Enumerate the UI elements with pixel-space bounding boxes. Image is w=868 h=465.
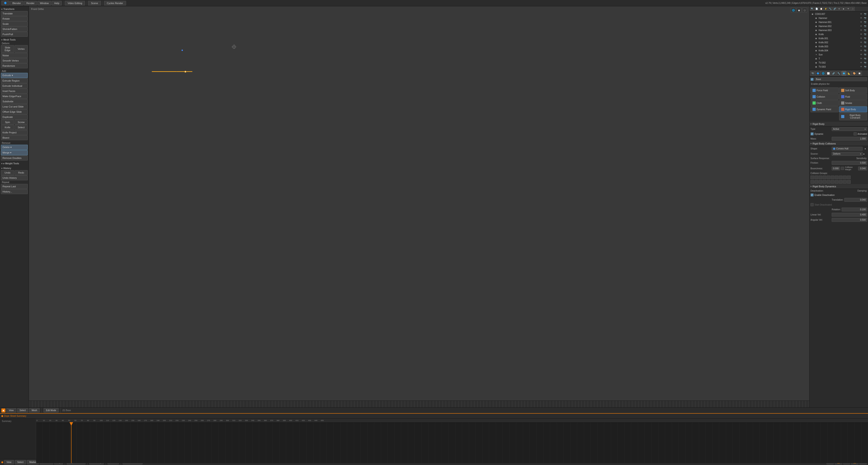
knife004-eye[interactable]: 👁	[860, 49, 863, 52]
cg-14[interactable]	[823, 180, 826, 184]
ds-select-btn[interactable]: Select	[15, 460, 26, 464]
prop-tab-texture[interactable]: 🔲	[857, 71, 862, 76]
outliner-item-cd03[interactable]: ▣ CD03.007 👁 📷	[810, 12, 868, 16]
spin-btn[interactable]: Spin	[1, 120, 14, 125]
outliner-btn-9[interactable]: 👁	[846, 7, 850, 11]
sun-render[interactable]: 📷	[864, 53, 867, 56]
vp-icon-globe[interactable]: 🌐	[791, 8, 796, 12]
shape-dropdown[interactable]: Convex Hull	[832, 147, 863, 151]
knife001-render[interactable]: 📷	[864, 37, 867, 40]
cg-18[interactable]	[839, 180, 842, 184]
loop-cut-btn[interactable]: Loop Cut and Slide	[1, 104, 28, 109]
cg-4[interactable]	[823, 175, 826, 179]
outliner-item-hammer001[interactable]: ▣ Hammer.001 👁 📷	[810, 20, 868, 24]
merge-btn[interactable]: Merge ▾	[1, 150, 28, 155]
translation-value[interactable]: 0.040	[844, 198, 867, 202]
knife004-render[interactable]: 📷	[864, 49, 867, 52]
make-edge-face-btn[interactable]: Make Edge/Face	[1, 94, 28, 99]
outliner-btn-7[interactable]: ⚙	[837, 7, 841, 11]
collision-margin-checkbox[interactable]	[841, 167, 844, 170]
prop-tab-constraints[interactable]: 🔗	[831, 71, 836, 76]
outliner-btn-3[interactable]: 📋	[819, 7, 823, 11]
type-dropdown[interactable]: Active	[832, 127, 867, 131]
cg-17[interactable]	[835, 180, 838, 184]
repeat-last-btn[interactable]: Repeat Last	[1, 184, 28, 189]
hammer002-eye[interactable]: 👁	[860, 25, 863, 28]
source-dropdown[interactable]: Deform	[832, 152, 863, 156]
mode-selector[interactable]: Video Editing	[65, 1, 85, 5]
linear-vel-value[interactable]: 0.400	[832, 213, 867, 217]
menu-window[interactable]: Window	[37, 1, 51, 5]
knife003-render[interactable]: 📷	[864, 45, 867, 48]
menu-file[interactable]: Blender	[10, 1, 24, 5]
outliner-item-tv002[interactable]: ▣ TV.002 👁 📷	[810, 61, 868, 65]
knife002-render[interactable]: 📷	[864, 41, 867, 44]
rbc-section-header[interactable]: Rigid Body Collisions	[810, 141, 868, 146]
cg-11[interactable]	[810, 180, 814, 184]
redo-btn[interactable]: Redo	[15, 170, 28, 175]
mass-value[interactable]: 1.000	[832, 137, 867, 141]
undo-btn[interactable]: Undo	[1, 170, 14, 175]
force-field-btn[interactable]: Force Field	[810, 88, 839, 93]
cg-9[interactable]	[843, 175, 846, 179]
smoke-btn[interactable]: Smoke	[839, 100, 867, 106]
outliner-item-t[interactable]: ▣ T 👁 📷	[810, 57, 868, 61]
select-btn[interactable]: Select	[15, 125, 28, 130]
transform-header[interactable]: Transform	[1, 7, 28, 11]
knife003-eye[interactable]: 👁	[860, 45, 863, 48]
cd03-eye[interactable]: 👁	[860, 12, 863, 15]
outliner-btn-5[interactable]: 🔧	[828, 7, 832, 11]
extrude-region-btn[interactable]: Extrude Region	[1, 78, 28, 83]
slide-edge-btn[interactable]: Slide Edge	[1, 45, 14, 53]
vertex-btn[interactable]: Vertex	[15, 45, 28, 53]
outliner-item-sun[interactable]: ☀ Sun 👁 📷	[810, 53, 868, 57]
outliner-item-knife004[interactable]: ▣ Knife.004 👁 📷	[810, 48, 868, 53]
tv002-eye[interactable]: 👁	[860, 61, 863, 64]
prop-tab-modifiers[interactable]: 🔧	[836, 71, 841, 76]
rigid-body-btn[interactable]: Rigid Body	[839, 106, 867, 112]
viewport[interactable]: Front Ortho 🌐 ◼ ◻	[29, 6, 809, 407]
cg-1[interactable]	[810, 175, 814, 179]
key-strip[interactable]	[36, 423, 868, 463]
view-btn[interactable]: View	[6, 408, 16, 412]
outliner-item-knife[interactable]: ▣ Knife 👁 📷	[810, 32, 868, 36]
knife002-eye[interactable]: 👁	[860, 41, 863, 44]
outliner-btn-4[interactable]: ⚡	[824, 7, 828, 11]
cg-12[interactable]	[814, 180, 818, 184]
soft-body-btn[interactable]: Soft Body	[839, 88, 867, 93]
prop-tab-data[interactable]: 📐	[846, 71, 851, 76]
cg-2[interactable]	[814, 175, 818, 179]
cg-7[interactable]	[835, 175, 838, 179]
hammer001-render[interactable]: 📷	[864, 21, 867, 24]
prop-tab-material[interactable]: 🎨	[852, 71, 857, 76]
t-eye[interactable]: 👁	[860, 57, 863, 60]
rotation-value[interactable]: 0.100	[842, 208, 867, 211]
cd03-render[interactable]: 📷	[864, 12, 867, 15]
outliner-item-knife001[interactable]: ▣ Knife.001 👁 📷	[810, 36, 868, 40]
tv003-render[interactable]: 📷	[864, 65, 867, 68]
menu-blender[interactable]: 🔷	[1, 1, 9, 5]
subdivide-btn[interactable]: Subdivide	[1, 99, 28, 104]
hammer001-eye[interactable]: 👁	[860, 21, 863, 24]
prop-tab-scene[interactable]: 🔷	[815, 71, 820, 76]
bounciness-value[interactable]: 0.000	[832, 167, 840, 170]
undo-history-btn[interactable]: Undo History	[1, 175, 28, 180]
cg-15[interactable]	[827, 180, 830, 184]
bisect-btn[interactable]: Bisect	[1, 135, 28, 140]
vp-icon-shading[interactable]: ◻	[802, 8, 807, 12]
outliner-btn-2[interactable]: 📄	[814, 7, 818, 11]
prop-tab-object[interactable]: ⬜	[826, 71, 831, 76]
cg-19[interactable]	[843, 180, 846, 184]
angular-vel-value[interactable]: 0.500	[832, 218, 867, 222]
outliner-item-hammer[interactable]: ▣ Hammer 👁 📷	[810, 16, 868, 20]
hammer003-render[interactable]: 📷	[864, 29, 867, 32]
cloth-btn[interactable]: Cloth	[810, 100, 839, 106]
rbd-section-header[interactable]: Rigid Body Dynamics	[810, 184, 868, 189]
history-btn[interactable]: History...	[1, 189, 28, 194]
vp-icon-view[interactable]: ◼	[797, 8, 802, 12]
shape-expand-btn[interactable]: ▸	[864, 147, 867, 150]
randomize-btn[interactable]: Randomize	[1, 63, 28, 68]
prop-tab-render[interactable]: 📷	[810, 71, 815, 76]
remove-doubles-btn[interactable]: Remove Doubles	[1, 156, 28, 161]
menu-help[interactable]: Help	[52, 1, 62, 5]
